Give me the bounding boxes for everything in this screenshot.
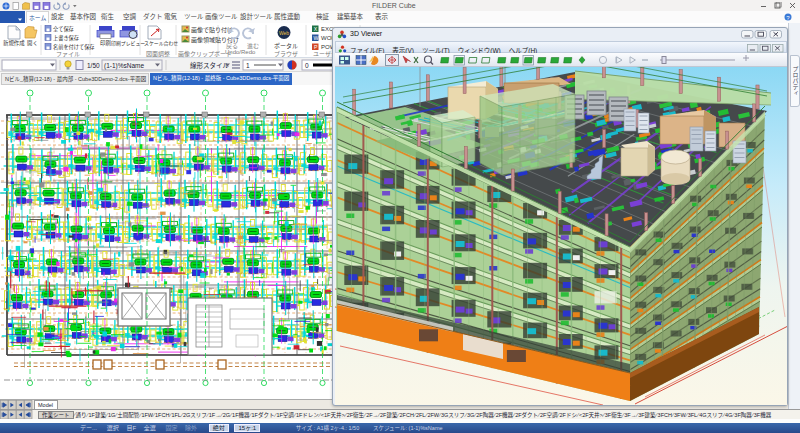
svg-text:W: W bbox=[314, 35, 319, 41]
svg-text:ポータル: ポータル bbox=[274, 42, 298, 49]
svg-text:Web: Web bbox=[279, 30, 289, 36]
svg-text:0: 0 bbox=[305, 62, 309, 69]
svg-text:(1-1)%sName: (1-1)%sName bbox=[104, 62, 144, 70]
svg-text:開く: 開く bbox=[27, 40, 38, 47]
svg-text:全て保存: 全て保存 bbox=[53, 25, 74, 33]
svg-text:上書き保存: 上書き保存 bbox=[53, 34, 79, 42]
svg-text:新規作成: 新規作成 bbox=[3, 39, 25, 47]
svg-text:1/50: 1/50 bbox=[87, 62, 100, 69]
svg-text:スケール合わせ: スケール合わせ bbox=[144, 40, 178, 47]
svg-text:印刷プレビュー: 印刷プレビュー bbox=[111, 40, 145, 47]
svg-text:1: 1 bbox=[246, 62, 250, 69]
svg-text:印刷: 印刷 bbox=[100, 39, 111, 47]
svg-text:画像で貼り付け: 画像で貼り付け bbox=[191, 26, 233, 34]
svg-text:X: X bbox=[314, 26, 318, 32]
svg-text:線形スタイル: 線形スタイル bbox=[190, 61, 230, 70]
